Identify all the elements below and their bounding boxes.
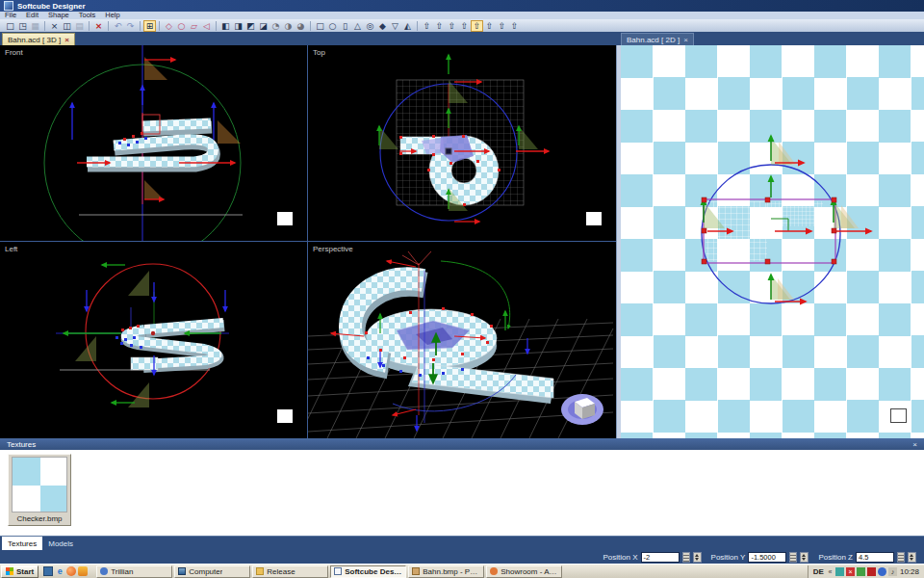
menu-item[interactable]: File [0,12,21,19]
primitive-sphere-icon[interactable]: ○ [326,20,339,32]
antivirus-tray-icon[interactable] [867,567,876,576]
viewport-perspective[interactable]: Perspective [308,242,616,438]
menu-item[interactable]: Help [100,12,124,19]
position-input[interactable]: 4.5 [856,552,894,563]
viewport-left[interactable]: Left [0,242,307,438]
menu-item[interactable]: Edit [21,12,43,19]
messenger-tray-icon[interactable] [835,567,844,576]
language-indicator[interactable]: DE [813,567,824,576]
viewport-front[interactable]: Front [0,45,307,241]
firefox-icon[interactable] [66,566,76,576]
primitive-prism-icon[interactable]: ◭ [401,20,414,32]
viewport-maximize-button[interactable] [277,409,293,423]
primitive-torus-icon[interactable]: ◎ [364,20,376,32]
viewport-layout-icon[interactable]: ⊞ [143,20,156,32]
separator[interactable] [417,21,418,31]
transform-up-1-icon[interactable]: ⇧ [421,20,433,32]
separator[interactable] [159,21,160,31]
separator[interactable] [108,21,109,31]
close-tab-icon[interactable]: × [64,36,69,44]
extrude-tool-icon[interactable]: ◧ [219,20,232,32]
texture-item[interactable]: Checker.bmp [8,454,71,526]
separator[interactable] [216,21,217,31]
close-panel-icon[interactable]: × [912,440,917,449]
inset-tool-icon[interactable]: ◨ [232,20,244,32]
camera-view-3-icon[interactable]: ◕ [295,20,307,32]
boolean-tool-icon[interactable]: ◪ [257,20,270,32]
update-tray-icon[interactable] [878,567,886,576]
mirror-tool-icon[interactable]: ◁ [200,20,213,32]
field-options-button[interactable] [897,552,905,563]
release-task-button[interactable]: Release [252,565,328,578]
spinner[interactable] [908,552,916,563]
viewport-maximize-button[interactable] [586,212,602,225]
separator[interactable] [89,21,90,31]
network-tray-icon[interactable] [857,567,865,576]
paint-task-button[interactable]: Bahn.bmp - Paint [408,565,484,578]
transform-up-8-icon[interactable]: ⇧ [508,20,521,32]
paste-icon[interactable]: ▤ [73,20,86,32]
save-file-icon[interactable]: ▦ [29,20,41,32]
redo-icon[interactable]: ↷ [124,20,137,32]
scale-tool-icon[interactable]: ▱ [188,20,200,32]
field-options-button[interactable] [682,552,690,563]
transform-up-6-icon[interactable]: ⇧ [483,20,496,32]
internet-explorer-icon[interactable]: e [55,566,64,576]
camera-view-2-icon[interactable]: ◑ [282,20,295,32]
open-file-icon[interactable]: ◳ [16,20,29,32]
texture-2d-view[interactable] [621,45,924,438]
textures-panel: Checker.bmp [0,450,924,536]
transform-up-3-icon[interactable]: ⇧ [446,20,458,32]
computer-task-button[interactable]: Computer [174,565,250,578]
menu-item[interactable]: Tools [74,12,101,19]
2d-view-button[interactable] [890,408,907,423]
trillian-task-button[interactable]: Trillian [96,565,172,578]
camera-view-1-icon[interactable]: ◔ [270,20,282,32]
menu-item[interactable]: Shape [43,12,74,19]
viewport-top[interactable]: Top [308,45,616,241]
position-field: Position Y -1.5000 [711,552,809,563]
volume-tray-icon[interactable]: ♪ [888,567,897,576]
transform-up-5-icon[interactable]: ⇧ [471,20,483,32]
separator[interactable] [44,21,45,31]
hidden-icons-chevron[interactable]: « [827,567,834,576]
undo-icon[interactable]: ↶ [112,20,124,32]
new-file-icon[interactable]: □ [4,20,16,32]
edit-points-icon[interactable]: ◇ [163,20,175,32]
tab-bahn-2d[interactable]: Bahn.acd [ 2D ] × [621,33,694,45]
alert-tray-icon[interactable]: × [846,567,855,576]
viewport-label: Left [5,245,17,253]
primitive-box-icon[interactable]: □ [314,20,326,32]
copy-icon[interactable]: ◫ [61,20,73,32]
transform-up-7-icon[interactable]: ⇧ [496,20,508,32]
media-player-icon[interactable] [78,566,88,576]
position-input[interactable]: -2 [641,552,680,563]
close-tab-icon[interactable]: × [683,36,688,44]
tab-bahn-3d[interactable]: Bahn.acd [ 3D ] × [2,33,75,45]
start-button[interactable]: Start [1,565,38,578]
bevel-tool-icon[interactable]: ◩ [244,20,257,32]
spinner[interactable] [800,552,808,563]
position-input[interactable]: -1.5000 [748,552,786,563]
delete-icon[interactable]: × [92,20,105,32]
viewport-label: Perspective [313,245,353,253]
transform-up-4-icon[interactable]: ⇧ [458,20,471,32]
showroom-task-button[interactable]: Showroom - Aktuelle Arb... [486,565,562,578]
primitive-cone-icon[interactable]: △ [351,20,364,32]
viewport-maximize-button[interactable] [277,212,293,225]
primitive-cylinder-icon[interactable]: ▯ [339,20,351,32]
primitive-diamond-icon[interactable]: ◆ [376,20,389,32]
primitive-wedge-icon[interactable]: ▽ [389,20,401,32]
spinner[interactable] [693,552,702,563]
show-desktop-icon[interactable] [43,566,53,576]
tab-models[interactable]: Models [42,537,79,550]
softcube-designer-task-button[interactable]: Softcube Designer [330,565,406,578]
separator[interactable] [310,21,311,31]
tab-textures[interactable]: Textures [2,537,42,550]
transform-up-2-icon[interactable]: ⇧ [433,20,446,32]
cut-icon[interactable]: × [48,20,61,32]
viewport-label: Top [313,48,325,57]
rotate-tool-icon[interactable]: ○ [175,20,188,32]
field-options-button[interactable] [789,552,797,563]
separator[interactable] [140,21,141,31]
